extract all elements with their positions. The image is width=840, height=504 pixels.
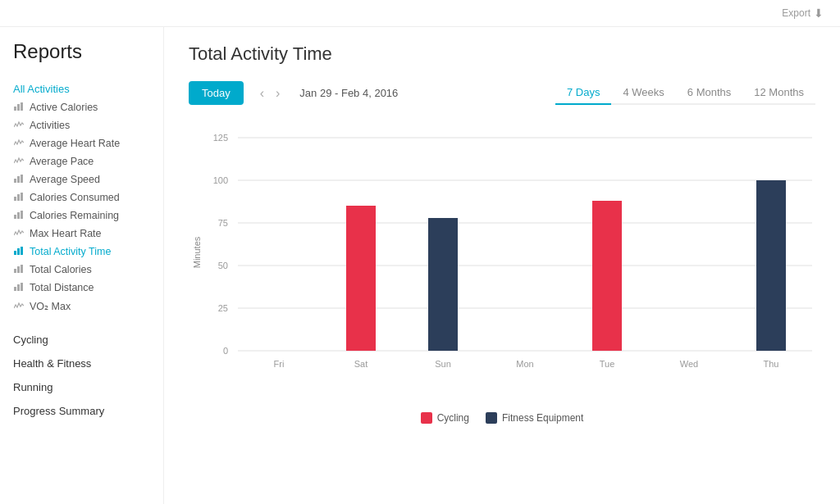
sidebar-icon-active-calories — [13, 102, 25, 112]
time-tabs: 7 Days4 Weeks6 Months12 Months — [555, 81, 815, 105]
sidebar-label-total-activity-time: Total Activity Time — [30, 246, 111, 257]
svg-text:Minutes: Minutes — [192, 236, 202, 268]
svg-text:125: 125 — [213, 133, 228, 143]
sidebar-item-max-heart-rate[interactable]: Max Heart Rate — [0, 225, 163, 243]
sidebar-items: Active CaloriesActivitiesAverage Heart R… — [0, 98, 163, 316]
sidebar-icon-average-pace — [13, 157, 25, 166]
svg-rect-16 — [17, 266, 20, 273]
svg-text:Wed: Wed — [680, 359, 698, 369]
sidebar-item-average-heart-rate[interactable]: Average Heart Rate — [0, 134, 163, 152]
bar-sun-fitness — [428, 218, 458, 351]
svg-rect-10 — [17, 212, 20, 219]
sidebar-icon-average-speed — [13, 175, 25, 184]
svg-rect-7 — [17, 194, 20, 201]
sidebar-item-active-calories[interactable]: Active Calories — [0, 98, 163, 116]
svg-rect-17 — [21, 265, 23, 273]
bar-thu-fitness — [756, 180, 786, 351]
time-tab-12months[interactable]: 12 Months — [742, 81, 815, 105]
legend-fitness-label: Fitness Equipment — [502, 412, 583, 424]
export-label: Export — [782, 7, 810, 19]
sidebar-item-total-calories[interactable]: Total Calories — [0, 261, 163, 279]
chart-area: 125 100 75 50 25 0 — [189, 121, 815, 402]
svg-text:25: 25 — [218, 303, 228, 313]
sidebar-label-calories-consumed: Calories Consumed — [30, 192, 120, 203]
sidebar-label-average-speed: Average Speed — [30, 174, 100, 185]
prev-arrow[interactable]: ‹ — [257, 84, 267, 102]
sidebar-label-average-heart-rate: Average Heart Rate — [30, 138, 120, 149]
page-wrapper: Export ⬇ Reports All Activities Active C… — [0, 0, 840, 504]
bar-sat-cycling — [346, 206, 376, 351]
time-tab-4weeks[interactable]: 4 Weeks — [611, 81, 675, 105]
sidebar-label-max-heart-rate: Max Heart Rate — [30, 228, 102, 239]
svg-text:Fri: Fri — [274, 359, 285, 369]
svg-text:Sat: Sat — [354, 359, 368, 369]
svg-rect-15 — [14, 269, 16, 273]
time-tab-7days[interactable]: 7 Days — [555, 81, 611, 105]
sidebar-icon-total-distance — [13, 283, 25, 293]
sidebar-label-activities: Activities — [30, 120, 70, 131]
sidebar-item-total-activity-time[interactable]: Total Activity Time — [0, 243, 163, 261]
svg-text:0: 0 — [223, 346, 228, 356]
legend-fitness: Fitness Equipment — [486, 412, 583, 424]
nav-arrows: ‹ › — [257, 84, 284, 102]
sidebar-icon-vo2-max — [13, 302, 25, 311]
bar-chart: 125 100 75 50 25 0 — [189, 121, 829, 400]
time-tab-6months[interactable]: 6 Months — [676, 81, 742, 105]
sidebar-icon-calories-consumed — [13, 193, 25, 202]
svg-rect-8 — [21, 193, 23, 201]
svg-rect-13 — [17, 248, 20, 255]
all-activities-link[interactable]: All Activities — [0, 79, 163, 98]
svg-rect-3 — [14, 179, 16, 183]
svg-rect-11 — [21, 211, 23, 219]
svg-rect-5 — [21, 175, 23, 183]
sidebar-icon-activities — [13, 120, 25, 130]
sidebar-groups: CyclingHealth & FitnessRunningProgress S… — [0, 325, 163, 420]
sidebar-icon-calories-remaining — [13, 211, 25, 220]
sidebar-item-activities[interactable]: Activities — [0, 116, 163, 134]
sidebar-label-average-pace: Average Pace — [30, 156, 94, 167]
svg-text:Thu: Thu — [764, 359, 779, 369]
today-button[interactable]: Today — [189, 81, 244, 105]
svg-rect-18 — [14, 287, 16, 291]
svg-rect-0 — [14, 107, 16, 111]
sidebar-label-active-calories: Active Calories — [30, 102, 98, 113]
chart-controls: Today ‹ › Jan 29 - Feb 4, 2016 7 Days4 W… — [189, 81, 815, 105]
top-bar: Export ⬇ — [0, 0, 840, 27]
sidebar-label-total-distance: Total Distance — [30, 282, 94, 293]
chart-title: Total Activity Time — [189, 43, 815, 65]
date-range: Jan 29 - Feb 4, 2016 — [299, 87, 398, 99]
sidebar-icon-total-activity-time — [13, 247, 25, 257]
sidebar-item-calories-consumed[interactable]: Calories Consumed — [0, 188, 163, 207]
main-content: Total Activity Time Today ‹ › Jan 29 - F… — [164, 27, 840, 504]
chart-legend: Cycling Fitness Equipment — [189, 412, 815, 424]
sidebar-icon-average-heart-rate — [13, 138, 25, 148]
svg-text:Mon: Mon — [516, 359, 533, 369]
legend-cycling-color — [421, 412, 432, 424]
sidebar-item-average-speed[interactable]: Average Speed — [0, 170, 163, 188]
legend-cycling: Cycling — [421, 412, 469, 424]
svg-text:Sun: Sun — [435, 359, 451, 369]
sidebar-item-calories-remaining[interactable]: Calories Remaining — [0, 207, 163, 225]
sidebar-group-progress-summary[interactable]: Progress Summary — [0, 397, 163, 420]
sidebar-group-health-fitness[interactable]: Health & Fitness — [0, 349, 163, 373]
svg-rect-20 — [21, 283, 23, 291]
legend-fitness-color — [486, 412, 497, 424]
svg-rect-4 — [17, 176, 20, 183]
sidebar-icon-max-heart-rate — [13, 229, 25, 238]
svg-rect-1 — [17, 104, 20, 111]
page-title: Reports — [0, 40, 163, 76]
svg-text:50: 50 — [218, 261, 228, 270]
sidebar-label-total-calories: Total Calories — [30, 264, 92, 275]
svg-rect-12 — [14, 251, 16, 255]
export-button[interactable]: Export ⬇ — [782, 7, 824, 20]
svg-text:75: 75 — [218, 218, 228, 228]
sidebar: Reports All Activities Active CaloriesAc… — [0, 27, 164, 504]
sidebar-label-calories-remaining: Calories Remaining — [30, 210, 119, 221]
main-layout: Reports All Activities Active CaloriesAc… — [0, 27, 840, 504]
sidebar-item-average-pace[interactable]: Average Pace — [0, 152, 163, 170]
sidebar-item-vo2-max[interactable]: VO₂ Max — [0, 297, 163, 316]
sidebar-group-running[interactable]: Running — [0, 373, 163, 397]
sidebar-item-total-distance[interactable]: Total Distance — [0, 279, 163, 297]
sidebar-group-cycling[interactable]: Cycling — [0, 325, 163, 349]
next-arrow[interactable]: › — [272, 84, 283, 102]
